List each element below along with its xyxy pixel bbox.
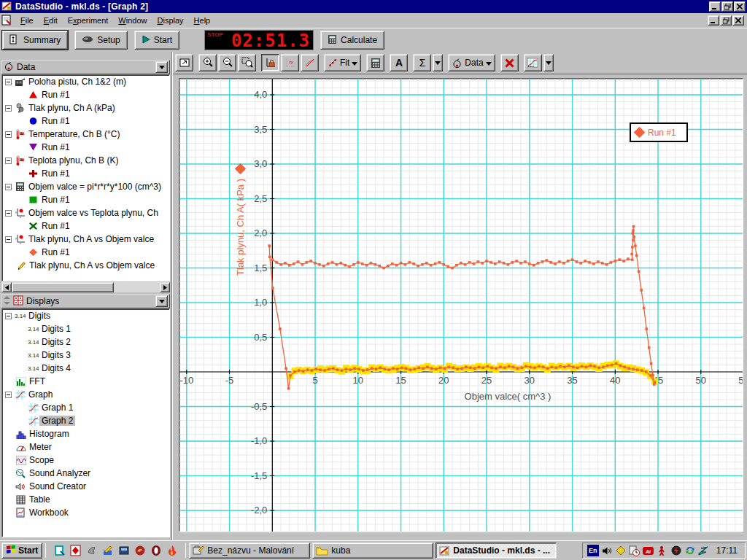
mdi-close-button[interactable] [732,15,744,26]
data-item-tlak-plynu-ch-a-vs-objem-valce[interactable]: Tlak plynu, Ch A vs Objem valce [2,259,169,272]
graph-plot-area[interactable]: -10-5510152025303540455055-2,0-1,5-1,0-0… [179,78,743,532]
data-item-teplota-plynu-ch-b-k[interactable]: KTDTeplota plynu, Ch B (K) [2,154,169,167]
norton-icon[interactable] [615,545,627,556]
tree-expander[interactable] [5,158,12,164]
statistics-button-dropdown-button[interactable] [433,54,443,71]
data-button[interactable]: Data [448,54,495,71]
tree-item-label[interactable]: Graph 1 [39,402,75,413]
scroll-left-arrow[interactable] [1,282,12,292]
smart-tool-button[interactable] [261,54,279,71]
tree-item-label[interactable]: Run #1 [39,90,72,100]
tree-item-label[interactable]: Poloha pistu, Ch 1&2 (m) [26,77,128,87]
legend[interactable]: Run #1 [630,122,688,142]
displays-item-digits-4[interactable]: 3.14Digits 4 [2,362,169,375]
displays-item-digits-1[interactable]: 3.14Digits 1 [2,322,169,335]
displays-item-graph-1[interactable]: Graph 1 [2,401,169,414]
start-button[interactable]: Start [134,31,179,50]
bird-icon[interactable] [85,545,98,557]
displays-item-histogram[interactable]: Histogram [2,427,169,440]
flame-icon[interactable] [166,545,178,557]
close-button[interactable] [734,1,746,12]
zoom-out-button[interactable] [218,54,236,71]
menu-help[interactable]: Help [189,14,216,27]
tree-item-label[interactable]: Tlak plynu, Ch A (kPa) [26,103,117,113]
summary-button[interactable]: Summary [2,31,68,50]
displays-item-meter[interactable]: Meter [2,440,169,454]
figure-icon[interactable] [657,545,668,556]
tree-item-label[interactable]: Sound Creator [27,481,88,491]
displays-panel-header[interactable]: Displays [1,294,170,308]
menu-edit[interactable]: Edit [39,14,63,27]
displays-item-graph[interactable]: Graph [2,388,169,401]
tree-expander[interactable] [5,105,12,112]
graph-settings-button-dropdown-button[interactable] [543,54,554,71]
menu-window[interactable]: Window [113,14,152,27]
ati-icon[interactable]: Ai [643,545,654,556]
calculate-button[interactable] [366,54,384,71]
data-dropdown-button[interactable] [155,61,168,73]
tree-expander[interactable] [5,131,12,138]
fit-button-dropdown-arrow-icon[interactable] [352,58,357,68]
data-item-tlak-plynu-ch-a-kpa[interactable]: Tlak plynu, Ch A (kPa) [2,101,169,114]
tree-expander[interactable] [5,392,12,398]
tree-item-label[interactable]: Run #1 [39,221,72,231]
task-button-kuba[interactable]: kuba [312,542,433,559]
tree-item-label[interactable]: Digits 1 [39,324,73,334]
tree-item-label[interactable]: Digits 4 [39,363,73,373]
displays-item-sound-analyzer[interactable]: Sound Analyzer [2,467,169,480]
data-panel-header[interactable]: Data [1,60,170,74]
tree-item-label[interactable]: Run #1 [39,116,72,126]
text-tool-button[interactable]: A [390,54,408,71]
scale-to-fit-button[interactable] [175,54,193,71]
chart-canvas[interactable]: -10-5510152025303540455055-2,0-1,5-1,0-0… [179,79,743,532]
data-item-tlak-plynu-ch-a-vs-objem-valce[interactable]: yxTlak plynu, Ch A vs Objem valce [2,233,169,246]
data-item-run-1[interactable]: Run #1 [2,246,169,259]
pane-splitter-icon[interactable] [4,296,10,306]
slope-tool-button[interactable] [301,54,319,71]
data-tree-hscrollbar[interactable] [1,282,170,292]
setup-button[interactable]: Setup [74,31,127,50]
data-item-objem-valce-pi-r-r-y-100-cm-3[interactable]: Objem valce = pi*r*r*y*100 (cm^3) [2,180,169,193]
xy-tool-button[interactable]: xy [281,54,299,71]
data-item-run-1[interactable]: Run #1 [2,88,169,101]
zoom-select-button[interactable] [238,54,256,71]
tree-item-label[interactable]: Graph [26,389,55,400]
document-icon[interactable] [1,15,12,27]
tree-item-label[interactable]: Tlak plynu, Ch A vs Objem valce [27,260,157,271]
minimize-button[interactable] [709,1,721,12]
tree-item-label[interactable]: Run #1 [39,195,72,205]
tree-item-label[interactable]: Digits 2 [39,337,73,347]
statistics-button[interactable]: Σ [413,54,431,71]
start-menu-button[interactable]: Start [1,542,42,559]
data-item-temperature-ch-b-c[interactable]: KTDTemperature, Ch B (°C) [2,128,169,141]
displays-item-fft[interactable]: FFT [2,375,169,388]
graph-settings-button[interactable] [524,54,542,71]
notepad-icon[interactable] [53,545,66,557]
language-indicator[interactable]: En [587,545,599,556]
displays-item-scope[interactable]: Scope [2,454,169,467]
data-item-run-1[interactable]: Run #1 [2,219,169,233]
tree-item-label[interactable]: Digits [26,311,53,321]
data-item-run-1[interactable]: Run #1 [2,141,169,154]
tree-item-label[interactable]: Tlak plynu, Ch A vs Objem valce [26,234,156,244]
data-item-run-1[interactable]: Run #1 [2,167,169,180]
menu-display[interactable]: Display [152,14,189,27]
data-item-poloha-pistu-ch-1-2-m[interactable]: Poloha pistu, Ch 1&2 (m) [2,75,169,88]
task-button-datastudio-mkl-ds[interactable]: DataStudio - mkl.ds - ... [436,542,557,559]
displays-dropdown-button[interactable] [155,295,168,307]
tree-item-label[interactable]: Digits 3 [39,350,73,360]
tree-item-label[interactable]: Histogram [27,429,71,439]
displays-item-digits-2[interactable]: 3.14Digits 2 [2,335,169,349]
displays-item-workbook[interactable]: Workbook [2,506,169,519]
mdi-minimize-button[interactable] [708,15,719,26]
tree-item-label[interactable]: Run #1 [39,247,72,257]
tree-item-label[interactable]: Objem valce vs Teplota plynu, Ch [26,208,160,218]
displays-item-sound-creator[interactable]: Sound Creator [2,480,169,493]
fit-button[interactable]: Fit [324,54,361,71]
tree-item-label[interactable]: Teplota plynu, Ch B (K) [26,155,120,166]
data-item-run-1[interactable]: Run #1 [2,114,169,128]
zoom-in-button[interactable] [198,54,217,71]
tree-expander[interactable] [5,210,12,217]
scheduler-icon[interactable] [629,545,640,556]
lightning-icon[interactable] [670,545,682,556]
